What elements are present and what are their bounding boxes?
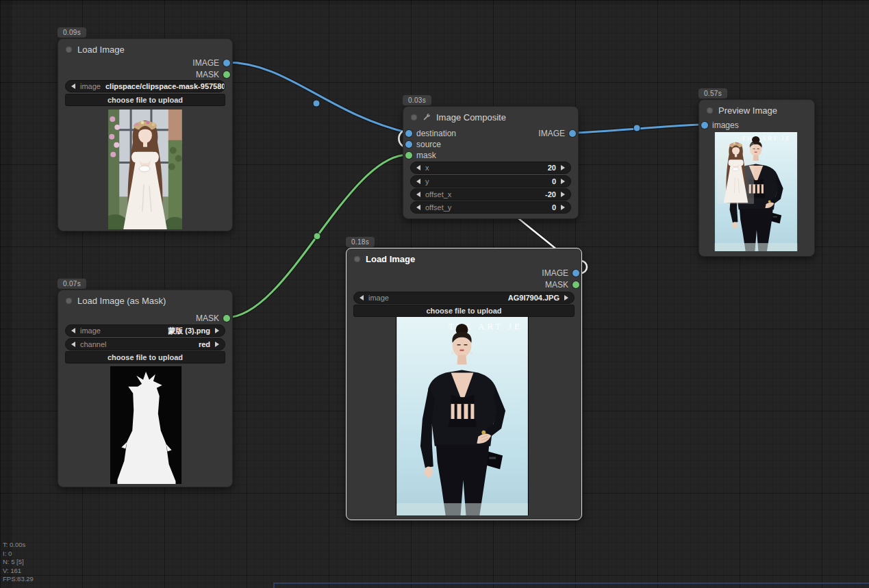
image-combo-widget[interactable]: image clipspace/clipspace-mask-957580...	[65, 80, 225, 92]
node-title-label: Load Image	[366, 254, 415, 264]
stat-line: T: 0.00s	[3, 541, 34, 550]
port-label: mask	[416, 151, 436, 160]
graph-canvas[interactable]: 0.09s Load Image IMAGE MASK image clipsp…	[0, 0, 869, 588]
node-status-dot-icon	[66, 47, 72, 53]
widget-label: offset_y	[425, 203, 451, 212]
image-combo-widget[interactable]: image AG9I7904.JPG	[353, 292, 575, 304]
link-image-to-destination[interactable]	[226, 62, 408, 133]
port-label: IMAGE	[538, 129, 565, 138]
node-title-label: Preview Image	[718, 105, 777, 116]
prev-value-icon[interactable]	[71, 342, 75, 347]
output-port-image[interactable]: IMAGE	[538, 129, 576, 138]
output-port-image[interactable]: IMAGE	[192, 58, 230, 68]
stat-line: FPS:83.29	[3, 575, 34, 584]
image-preview-garden-girl	[108, 110, 182, 229]
input-dot-icon[interactable]	[405, 130, 412, 137]
port-label: destination	[416, 129, 456, 138]
port-label: IMAGE	[542, 268, 568, 278]
input-dot-icon[interactable]	[405, 141, 412, 148]
choose-file-button[interactable]: choose file to upload	[353, 305, 575, 317]
next-value-icon[interactable]	[215, 328, 219, 333]
output-port-mask[interactable]: MASK	[196, 314, 230, 323]
decrement-icon[interactable]	[416, 192, 420, 197]
image-combo-widget[interactable]: image 蒙版 (3).png	[65, 324, 225, 337]
increment-icon[interactable]	[561, 205, 565, 210]
widget-label: offset_x	[425, 190, 451, 199]
node-title-label: Image Composite	[436, 112, 506, 123]
increment-icon[interactable]	[561, 179, 565, 184]
decrement-icon[interactable]	[416, 205, 420, 210]
execution-time-badge: 0.03s	[403, 95, 431, 105]
choose-file-button[interactable]: choose file to upload	[65, 94, 225, 106]
widget-label: image	[368, 294, 389, 302]
node-status-dot-icon	[411, 114, 417, 120]
increment-icon[interactable]	[561, 165, 565, 170]
render-stats: T: 0.00s I: 0 N: 5 [5] V: 161 FPS:83.29	[3, 541, 34, 584]
node-title-label: Load Image (as Mask)	[77, 296, 166, 306]
output-dot-icon[interactable]	[223, 71, 230, 78]
decrement-icon[interactable]	[416, 179, 420, 184]
x-number-widget[interactable]: x 20	[410, 162, 571, 174]
decrement-icon[interactable]	[416, 165, 420, 170]
widget-value: clipspace/clipspace-mask-957580...	[105, 82, 225, 90]
node-status-dot-icon	[66, 298, 72, 304]
image-preview-composite: THE ART JE	[714, 132, 798, 251]
output-dot-icon[interactable]	[572, 281, 579, 288]
output-dot-icon[interactable]	[569, 130, 576, 137]
link-shadow	[226, 62, 408, 133]
widget-value: 0	[552, 203, 556, 212]
node-load-image-as-mask[interactable]: Load Image (as Mask) MASK image 蒙版 (3).p…	[58, 290, 233, 487]
choose-file-button[interactable]: choose file to upload	[65, 351, 225, 363]
link-midpoint-dot[interactable]	[633, 125, 640, 131]
selection-boundary-line	[274, 583, 869, 588]
link-midpoint-dot[interactable]	[313, 100, 320, 107]
image-caption-text: THE ART JE	[742, 135, 791, 142]
port-label: MASK	[545, 280, 568, 290]
y-number-widget[interactable]: y 0	[410, 175, 571, 188]
offset-y-number-widget[interactable]: offset_y 0	[410, 201, 571, 214]
node-title[interactable]: Load Image	[347, 253, 581, 265]
node-title[interactable]: Load Image	[58, 43, 232, 55]
node-load-image-1[interactable]: Load Image IMAGE MASK image clipspace/cl…	[58, 38, 233, 231]
output-dot-icon[interactable]	[223, 315, 230, 322]
input-port-images[interactable]: images	[701, 120, 739, 130]
port-label: source	[416, 140, 441, 149]
stat-line: N: 5 [5]	[3, 558, 34, 567]
execution-time-badge: 0.07s	[58, 279, 86, 289]
node-preview-image[interactable]: Preview Image images THE ART JE	[698, 99, 815, 257]
widget-value: 蒙版 (3).png	[168, 326, 210, 336]
node-status-dot-icon	[707, 107, 713, 114]
offset-x-number-widget[interactable]: offset_x -20	[410, 188, 571, 201]
input-port-destination[interactable]: destination	[405, 129, 456, 138]
next-value-icon[interactable]	[215, 342, 219, 347]
widget-label: image	[80, 82, 101, 90]
node-load-image-2[interactable]: Load Image IMAGE MASK image AG9I7904.JPG…	[346, 248, 582, 520]
input-dot-icon[interactable]	[405, 152, 412, 159]
node-title[interactable]: Preview Image	[699, 104, 814, 116]
node-title[interactable]: Load Image (as Mask)	[58, 294, 232, 307]
link-midpoint-dot[interactable]	[314, 233, 320, 240]
prev-value-icon[interactable]	[71, 328, 75, 333]
execution-time-badge: 0.09s	[58, 27, 86, 38]
node-title[interactable]: Image Composite	[403, 111, 578, 123]
widget-label: image	[80, 327, 101, 335]
output-dot-icon[interactable]	[572, 270, 579, 277]
next-value-icon[interactable]	[564, 295, 568, 301]
increment-icon[interactable]	[561, 192, 565, 197]
input-port-source[interactable]: source	[405, 140, 441, 149]
node-title-label: Load Image	[77, 44, 125, 55]
output-port-image[interactable]: IMAGE	[542, 268, 579, 278]
port-label: IMAGE	[192, 58, 219, 68]
prev-value-icon[interactable]	[360, 295, 364, 301]
prev-value-icon[interactable]	[71, 84, 75, 89]
port-label: MASK	[196, 70, 219, 79]
input-port-mask[interactable]: mask	[405, 151, 436, 160]
widget-value: 0	[552, 177, 556, 186]
output-port-mask[interactable]: MASK	[196, 70, 230, 79]
input-dot-icon[interactable]	[701, 122, 708, 129]
node-image-composite[interactable]: Image Composite destination source mask …	[403, 106, 579, 219]
channel-combo-widget[interactable]: channel red	[65, 338, 225, 350]
output-port-mask[interactable]: MASK	[545, 280, 579, 290]
output-dot-icon[interactable]	[223, 60, 230, 66]
widget-value: red	[199, 340, 210, 348]
